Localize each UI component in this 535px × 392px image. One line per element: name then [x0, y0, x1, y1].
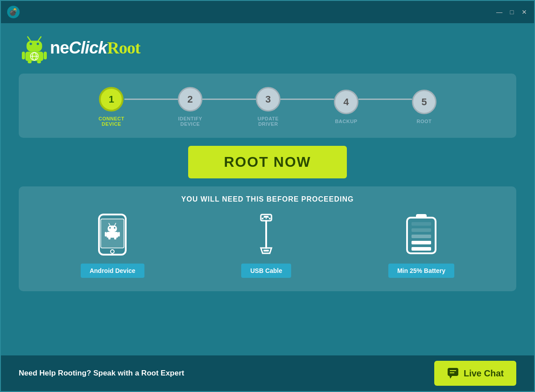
- chat-bubble-icon: [447, 367, 459, 380]
- svg-rect-42: [412, 222, 431, 226]
- prereq-usb-label: USB Cable: [241, 264, 291, 278]
- step-3: 3 UPDATEDRIVER: [256, 87, 280, 127]
- svg-rect-41: [412, 228, 431, 232]
- steps-panel: 1 CONNECTDEVICE 2 IDENTIFYDEVICE 3 UPDAT…: [19, 74, 516, 138]
- step-5-circle: 5: [412, 90, 436, 114]
- svg-rect-23: [105, 232, 107, 236]
- prereq-items: Android Device: [32, 212, 503, 278]
- svg-rect-38: [412, 247, 431, 251]
- svg-rect-8: [22, 52, 25, 60]
- step-1-circle: 1: [99, 87, 123, 111]
- main-content: neClickRoot 1 CONNECTDEVICE 2 IDENTIFYDE…: [1, 23, 534, 355]
- svg-rect-40: [412, 235, 431, 238]
- svg-rect-26: [114, 237, 116, 239]
- usb-cable-icon-area: [244, 212, 288, 257]
- title-bar-controls: — □ ✕: [495, 8, 529, 17]
- prereq-android-label: Android Device: [81, 264, 144, 278]
- svg-text:💣: 💣: [9, 8, 18, 16]
- logo-area: neClickRoot: [19, 32, 516, 63]
- battery-icon-area: [399, 212, 444, 257]
- step-3-circle: 3: [256, 87, 280, 111]
- usb-cable-icon: [253, 212, 280, 257]
- svg-point-27: [111, 250, 114, 253]
- logo-android-icon: [19, 32, 50, 63]
- connector-1-2: [124, 99, 178, 100]
- maximize-button[interactable]: □: [507, 8, 516, 17]
- step-5: 5 ROOT: [412, 90, 436, 124]
- svg-point-18: [109, 227, 111, 228]
- svg-point-31: [262, 218, 263, 219]
- battery-icon: [403, 212, 439, 257]
- svg-point-3: [30, 43, 32, 45]
- minimize-button[interactable]: —: [495, 8, 504, 17]
- steps-row: 1 CONNECTDEVICE 2 IDENTIFYDEVICE 3 UPDAT…: [37, 87, 498, 127]
- svg-point-19: [114, 227, 115, 228]
- svg-rect-39: [412, 241, 431, 244]
- logo-text: neClickRoot: [50, 38, 140, 58]
- live-chat-label: Live Chat: [464, 368, 504, 379]
- svg-rect-35: [263, 250, 269, 252]
- app-icon: 💣: [6, 5, 21, 19]
- step-5-label: ROOT: [417, 119, 432, 124]
- svg-rect-11: [37, 61, 41, 63]
- step-2: 2 IDENTIFYDEVICE: [178, 87, 202, 127]
- svg-rect-24: [118, 232, 120, 236]
- step-4: 4 BACKUP: [334, 90, 358, 124]
- svg-rect-10: [28, 61, 32, 63]
- connector-4-5: [358, 99, 412, 100]
- step-2-circle: 2: [178, 87, 202, 111]
- prereq-title: YOU WILL NEED THIS BEFORE PROCEEDING: [32, 195, 503, 203]
- prereq-panel: YOU WILL NEED THIS BEFORE PROCEEDING: [19, 186, 516, 291]
- svg-rect-43: [448, 368, 458, 376]
- help-text: Need Help Rooting? Speak with a Root Exp…: [19, 369, 184, 378]
- svg-rect-37: [416, 214, 427, 219]
- live-chat-button[interactable]: Live Chat: [434, 361, 516, 386]
- connector-2-3: [202, 99, 256, 100]
- step-2-label: IDENTIFYDEVICE: [178, 116, 202, 127]
- prereq-battery-label: Min 25% Battery: [388, 264, 454, 278]
- svg-rect-17: [108, 226, 117, 232]
- svg-line-5: [28, 37, 30, 41]
- app-window: 💣 — □ ✕: [0, 0, 535, 392]
- connector-3-4: [280, 99, 334, 100]
- android-phone-icon: [95, 212, 130, 257]
- prereq-android-device: Android Device: [81, 212, 144, 278]
- title-bar-left: 💣: [6, 5, 21, 19]
- android-device-icon-area: [90, 212, 135, 257]
- title-bar: 💣 — □ ✕: [1, 1, 534, 23]
- step-1-label: CONNECTDEVICE: [99, 116, 124, 127]
- prereq-battery: Min 25% Battery: [388, 212, 454, 278]
- bottom-bar: Need Help Rooting? Speak with a Root Exp…: [1, 355, 534, 391]
- svg-rect-33: [264, 216, 268, 218]
- step-4-circle: 4: [334, 90, 358, 114]
- svg-point-32: [269, 218, 271, 219]
- close-button[interactable]: ✕: [520, 8, 529, 17]
- svg-rect-2: [27, 41, 42, 52]
- svg-marker-44: [449, 376, 452, 379]
- step-3-label: UPDATEDRIVER: [258, 116, 279, 127]
- step-4-label: BACKUP: [335, 119, 357, 124]
- svg-rect-9: [44, 52, 47, 60]
- root-now-button[interactable]: ROOT NOW: [188, 146, 347, 178]
- prereq-usb-cable: USB Cable: [241, 212, 291, 278]
- step-1: 1 CONNECTDEVICE: [99, 87, 124, 127]
- svg-rect-22: [107, 232, 118, 238]
- svg-point-4: [37, 43, 39, 45]
- svg-rect-25: [108, 237, 111, 239]
- svg-line-6: [38, 37, 41, 41]
